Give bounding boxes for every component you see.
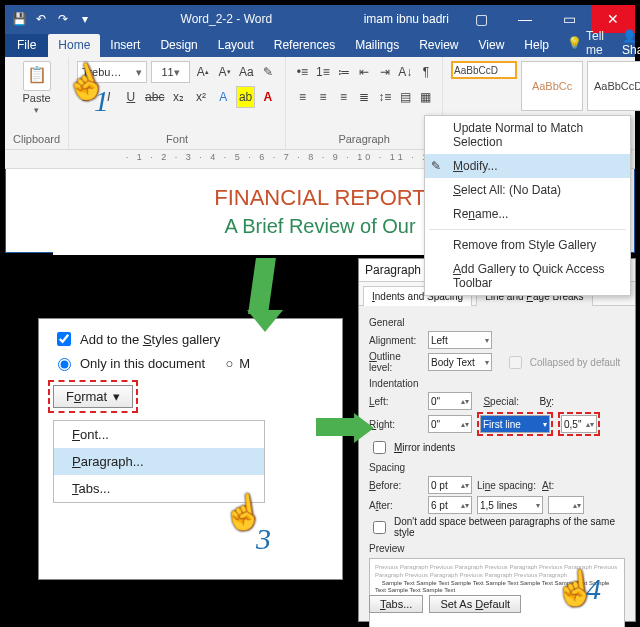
paste-button[interactable]: Paste▾ [13,61,60,115]
add-to-gallery-checkbox[interactable]: Add to the Styles gallery [53,329,328,349]
grow-font-icon[interactable]: A▴ [194,61,212,83]
superscript-button[interactable]: x² [192,86,210,108]
tab-design[interactable]: Design [150,34,207,57]
tab-file[interactable]: File [5,34,48,57]
indent-right-spin[interactable]: 0"▴▾ [428,415,472,433]
italic-button[interactable]: I [99,86,117,108]
ribbon-options-icon[interactable]: ▢ [459,5,503,33]
text-effects-icon[interactable]: A [214,86,232,108]
alignment-label: Alignment: [369,335,423,346]
collapsed-checkbox [509,356,522,369]
by-spin[interactable]: 0,5"▴▾ [561,415,597,433]
change-case-icon[interactable]: Aa [237,61,255,83]
bullets-icon[interactable]: •≡ [294,61,311,83]
ctx-modify[interactable]: ✎Modify... [425,154,630,178]
format-tabs[interactable]: Tabs... [54,475,264,502]
modify-style-snippet: Add to the Styles gallery Only in this d… [38,318,343,580]
indent-left-label: Left: [369,396,423,407]
style-nospacing[interactable]: AaBbCc [521,61,583,111]
dialog-title: Paragraph [365,263,421,277]
tab-view[interactable]: View [469,34,515,57]
indent-left-spin[interactable]: 0"▴▾ [428,392,472,410]
at-spin[interactable]: ▴▾ [548,496,584,514]
tab-home[interactable]: Home [48,34,100,57]
tab-insert[interactable]: Insert [100,34,150,57]
sort-icon[interactable]: A↓ [397,61,414,83]
bulb-icon: 💡 [567,36,582,50]
save-icon[interactable]: 💾 [11,11,27,27]
decrease-indent-icon[interactable]: ⇤ [356,61,373,83]
justify-icon[interactable]: ≣ [356,86,373,108]
style-context-menu: Update Normal to Match Selection ✎Modify… [424,115,631,296]
qat-more-icon[interactable]: ▾ [77,11,93,27]
ctx-remove[interactable]: Remove from Style Gallery [425,233,630,257]
ctx-selectall[interactable]: Select All: (No Data) [425,178,630,202]
line-spacing-label: Line spacing: [477,480,537,491]
tab-review[interactable]: Review [409,34,468,57]
set-default-button[interactable]: Set As Default [429,595,521,613]
titlebar: 💾 ↶ ↷ ▾ Word_2-2 - Word imam ibnu badri … [5,5,635,33]
dont-add-space-checkbox[interactable] [373,521,386,534]
style-normal[interactable]: AaBbCcD [451,61,517,79]
tab-references[interactable]: References [264,34,345,57]
increase-indent-icon[interactable]: ⇥ [376,61,393,83]
numbering-icon[interactable]: 1≡ [315,61,332,83]
group-font: Trebu… ▾ 11▾ A▴ A▾ Aa ✎ B I U abc x₂ x² … [69,57,286,149]
arrow-1-shaft [248,258,276,314]
group-paragraph: •≡ 1≡ ≔ ⇤ ⇥ A↓ ¶ ≡ ≡ ≡ ≣ ↕≡ ▤ ▦ [286,57,443,149]
only-this-doc-radio[interactable]: Only in this document ○ M [53,355,328,371]
style-heading1[interactable]: AaBbCcD [587,61,640,111]
special-label: Special: [477,396,519,407]
line-spacing-icon[interactable]: ↕≡ [376,86,393,108]
shrink-font-icon[interactable]: A▾ [216,61,234,83]
bold-button[interactable]: B [77,86,95,108]
underline-button[interactable]: U [122,86,140,108]
special-select[interactable]: First line▾ [480,415,550,433]
alignment-select[interactable]: Left▾ [428,331,492,349]
outline-label: Outline level: [369,351,423,373]
mirror-checkbox[interactable] [373,441,386,454]
borders-icon[interactable]: ▦ [418,86,435,108]
format-paragraph[interactable]: Paragraph... [54,448,264,475]
group-label-font: Font [77,133,277,147]
align-right-icon[interactable]: ≡ [335,86,352,108]
tab-help[interactable]: Help [514,34,559,57]
multilevel-icon[interactable]: ≔ [335,61,352,83]
window-title: Word_2-2 - Word [99,12,354,26]
format-button[interactable]: Format▾ [53,385,133,408]
highlight-icon[interactable]: ab [236,86,254,108]
undo-icon[interactable]: ↶ [33,11,49,27]
ctx-addqat[interactable]: Add Gallery to Quick Access Toolbar [425,257,630,295]
section-general: General [369,317,625,328]
user-name[interactable]: imam ibnu badri [354,12,459,26]
tab-layout[interactable]: Layout [208,34,264,57]
font-size-combo[interactable]: 11▾ [151,61,190,83]
clear-format-icon[interactable]: ✎ [259,61,277,83]
shading-icon[interactable]: ▤ [397,86,414,108]
preview-box: Previous Paragraph Previous Paragraph Pr… [369,558,625,627]
before-spin[interactable]: 0 pt▴▾ [428,476,472,494]
ctx-rename[interactable]: Rename... [425,202,630,226]
ctx-update[interactable]: Update Normal to Match Selection [425,116,630,154]
after-spin[interactable]: 6 pt▴▾ [428,496,472,514]
minimize-button[interactable]: — [503,5,547,33]
align-center-icon[interactable]: ≡ [315,86,332,108]
font-color-icon[interactable]: A [259,86,277,108]
quick-access-toolbar: 💾 ↶ ↷ ▾ [5,11,99,27]
modify-icon: ✎ [431,159,441,173]
tab-mailings[interactable]: Mailings [345,34,409,57]
chevron-down-icon: ▾ [113,389,120,404]
font-name-combo[interactable]: Trebu… ▾ [77,61,147,83]
subscript-button[interactable]: x₂ [169,86,187,108]
paragraph-dialog: Paragraph ? ✕ Indents and Spacing Line a… [358,258,636,622]
outline-select[interactable]: Body Text▾ [428,353,492,371]
align-left-icon[interactable]: ≡ [294,86,311,108]
show-marks-icon[interactable]: ¶ [418,61,435,83]
redo-icon[interactable]: ↷ [55,11,71,27]
tell-me[interactable]: 💡Tell me [559,29,612,57]
strike-button[interactable]: abc [144,86,165,108]
tabs-button[interactable]: Tabs... [369,595,423,613]
line-spacing-select[interactable]: 1,5 lines▾ [477,496,543,514]
share-button[interactable]: 👤 Share [612,29,640,57]
format-font[interactable]: Font... [54,421,264,448]
